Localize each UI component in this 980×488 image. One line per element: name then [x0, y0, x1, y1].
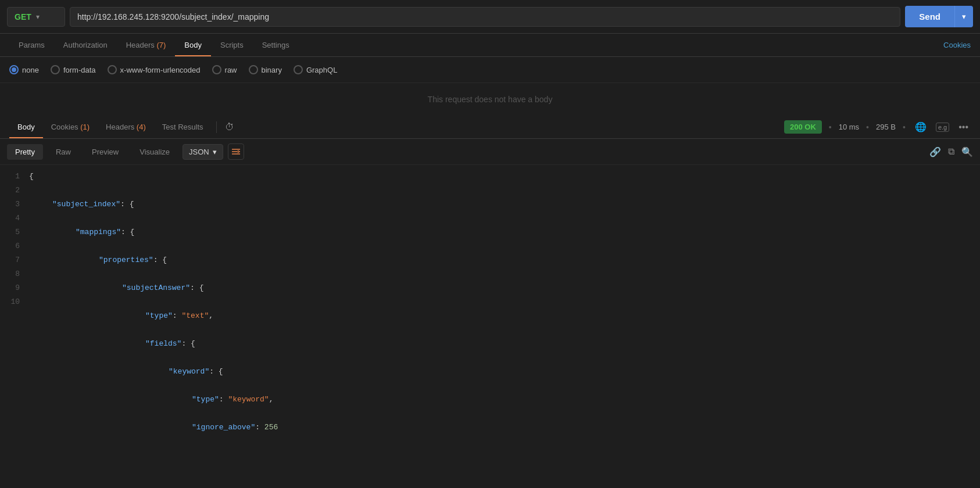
right-icons: 🔗 ⧉ 🔍 [929, 146, 973, 157]
radio-urlencoded-circle [108, 65, 117, 74]
search-icon[interactable]: 🔍 [961, 146, 973, 157]
format-preview[interactable]: Preview [84, 144, 127, 160]
format-visualize[interactable]: Visualize [131, 144, 178, 160]
format-toolbar: Pretty Raw Preview Visualize JSON ▾ 🔗 ⧉ … [0, 139, 980, 165]
code-line-2: "subject_index": { [29, 198, 980, 211]
radio-graphql[interactable]: GraphQL [294, 65, 337, 74]
tab-headers[interactable]: Headers (7) [117, 34, 176, 56]
code-content: { "subject_index": { "mappings": { "prop… [29, 165, 980, 444]
format-raw[interactable]: Raw [48, 144, 79, 160]
method-label: GET [15, 12, 31, 21]
no-body-message: This request does not have a body [0, 83, 980, 116]
cookies-link[interactable]: Cookies [943, 41, 971, 49]
tab-body[interactable]: Body [175, 34, 211, 56]
radio-graphql-circle [294, 65, 303, 74]
send-button[interactable]: Send [905, 6, 954, 27]
method-select[interactable]: GET ▾ [7, 7, 65, 27]
tab-scripts[interactable]: Scripts [211, 34, 253, 56]
status-badge: 200 OK [784, 120, 822, 134]
response-time: 10 ms [839, 123, 859, 131]
link-icon[interactable]: 🔗 [929, 146, 941, 157]
resp-tab-body[interactable]: Body [9, 116, 43, 138]
resp-tab-headers[interactable]: Headers (4) [98, 116, 154, 138]
code-line-6: "type": "text", [29, 309, 980, 323]
body-type-row: none form-data x-www-form-urlencoded raw… [0, 57, 980, 83]
more-icon[interactable]: ••• [956, 121, 971, 134]
globe-icon[interactable]: 🌐 [913, 120, 929, 134]
radio-binary-circle [249, 65, 258, 74]
radio-raw[interactable]: raw [212, 65, 237, 74]
tab-params[interactable]: Params [9, 34, 54, 56]
code-line-3: "mappings": { [29, 225, 980, 239]
send-dropdown-button[interactable]: ▾ [954, 6, 973, 27]
resp-divider [216, 121, 217, 133]
code-line-8: "keyword": { [29, 365, 980, 379]
code-line-9: "type": "keyword", [29, 393, 980, 407]
format-chevron-icon: ▾ [213, 148, 217, 156]
copy-icon[interactable]: ⧉ [948, 146, 954, 157]
code-line-7: "fields": { [29, 337, 980, 351]
eg-icon[interactable]: e.g [936, 123, 949, 132]
format-type-label: JSON [189, 148, 209, 156]
radio-raw-circle [212, 65, 221, 74]
send-button-group: Send ▾ [905, 6, 973, 27]
radio-binary[interactable]: binary [249, 65, 282, 74]
response-size: 295 B [876, 123, 896, 131]
radio-urlencoded[interactable]: x-www-form-urlencoded [108, 65, 201, 74]
url-bar: GET ▾ Send ▾ [0, 0, 980, 34]
resp-tab-test-results[interactable]: Test Results [154, 116, 212, 138]
method-chevron-icon: ▾ [36, 13, 40, 21]
response-tabs-row: Body Cookies (1) Headers (4) Test Result… [0, 116, 980, 139]
tab-authorization[interactable]: Authorization [54, 34, 117, 56]
code-line-4: "properties": { [29, 253, 980, 267]
format-type-select[interactable]: JSON ▾ [183, 144, 223, 160]
request-tabs-row: Params Authorization Headers (7) Body Sc… [0, 34, 980, 57]
format-pretty[interactable]: Pretty [7, 144, 43, 160]
wrap-icon[interactable] [228, 143, 244, 160]
response-meta: 200 OK • 10 ms • 295 B • 🌐 e.g ••• [784, 120, 971, 134]
code-line-1: { [29, 170, 980, 184]
radio-none-circle [9, 65, 19, 74]
radio-form-data-circle [51, 65, 60, 74]
code-line-5: "subjectAnswer": { [29, 281, 980, 295]
resp-tab-cookies[interactable]: Cookies (1) [43, 116, 98, 138]
line-numbers: 1 2 3 4 5 6 7 8 9 10 [0, 165, 29, 444]
radio-none[interactable]: none [9, 65, 39, 74]
tab-settings[interactable]: Settings [253, 34, 299, 56]
code-line-10: "ignore_above": 256 [29, 421, 980, 435]
radio-form-data[interactable]: form-data [51, 65, 96, 74]
url-input[interactable] [70, 7, 900, 27]
code-area: 1 2 3 4 5 6 7 8 9 10 { "subject_index": … [0, 165, 980, 444]
history-icon[interactable]: ⏱ [221, 120, 238, 135]
